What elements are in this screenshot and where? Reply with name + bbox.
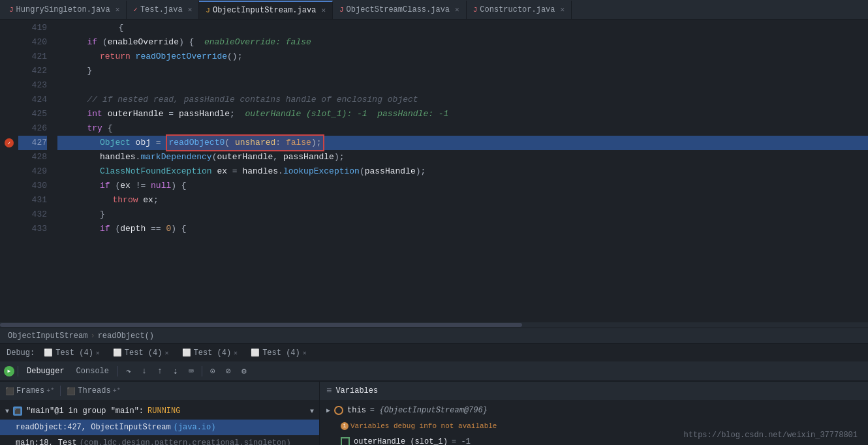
- code-line-433: if (depth == 0) {: [57, 222, 868, 236]
- frame-class-1: readObject:427, ObjectInputStream: [16, 423, 171, 432]
- code-line-425: int outerHandle = passHandle; outerHandl…: [57, 107, 868, 121]
- frames-header-btn[interactable]: ⬛ Frames +*: [5, 386, 54, 395]
- var-item-this[interactable]: ▶ this = {ObjectInputStream@796}: [320, 403, 868, 418]
- tab-hungysingleton[interactable]: J HungrySingleton.java ✕: [3, 1, 127, 19]
- close-tab-objectstreamclass[interactable]: ✕: [455, 5, 459, 14]
- debug-session-1[interactable]: ⬜ Test (4) ✕: [40, 347, 104, 359]
- debug-session-2[interactable]: ⬜ Test (4) ✕: [109, 347, 173, 359]
- code-line-419: {: [57, 21, 868, 35]
- code-line-423: [57, 78, 868, 93]
- code-line-431: throw ex;: [57, 193, 868, 207]
- frame-item-2[interactable]: main:18, Test (com.ldc.design.pattern.cr…: [0, 435, 319, 445]
- frame-pkg-1: (java.io): [174, 423, 216, 432]
- close-debug-session-1[interactable]: ✕: [96, 349, 100, 357]
- close-tab-objectinputstream[interactable]: ✕: [321, 6, 326, 14]
- debug-label: Debug:: [7, 348, 35, 358]
- breadcrumb-method: readObject(): [98, 331, 154, 341]
- var-name-this: this: [347, 406, 366, 415]
- debugger-tab[interactable]: Debugger: [22, 365, 70, 377]
- thread-status: RUNNING: [147, 407, 180, 416]
- url-text: https://blog.csdn.net/weixin_37778801: [684, 431, 858, 440]
- close-tab-test[interactable]: ✕: [188, 5, 193, 14]
- var-expand-this[interactable]: ▶: [326, 407, 330, 414]
- settings-button[interactable]: ⚙: [237, 364, 251, 378]
- tab-objectinputstream[interactable]: J ObjectInputStream.java ✕: [199, 1, 333, 19]
- code-line-430: if (ex != null) {: [57, 179, 868, 193]
- thread-expand-arrow[interactable]: ▼: [5, 408, 9, 415]
- var-icon-this: [334, 406, 343, 415]
- toolbar-separator-1: [18, 366, 18, 376]
- editor-area: ✓ 419 420 421 422 423 424 425 426: [0, 20, 868, 328]
- debug-session-header: Debug: ⬜ Test (4) ✕ ⬜ Test (4) ✕ ⬜ Test …: [0, 343, 868, 361]
- threads-header-btn[interactable]: ⬛ Threads +*: [67, 386, 120, 395]
- frames-content: ▼ ⬛ "main"@1 in group "main": RUNNING ▼ …: [0, 400, 319, 445]
- var-value-outerhandle: = -1: [452, 437, 471, 445]
- thread-dropdown-btn[interactable]: ▼: [310, 408, 314, 415]
- tab-test[interactable]: ✓ Test.java ✕: [127, 1, 199, 19]
- code-line-424: // if nested read, passHandle contains h…: [57, 93, 868, 107]
- code-line-420: if (enableOverride) { enableOverride: fa…: [57, 35, 868, 50]
- variables-header: ≡ Variables: [320, 382, 868, 400]
- run-to-cursor-button[interactable]: ⇣: [168, 364, 183, 378]
- tabs-bar: J HungrySingleton.java ✕ ✓ Test.java ✕ J…: [0, 0, 868, 20]
- debugger-tab-label: Debugger: [27, 367, 65, 376]
- var-name-outerhandle: outerHandle (slot_1): [354, 437, 448, 445]
- frames-plus-icon[interactable]: +*: [46, 388, 54, 395]
- debug-toolbar: ▶ Debugger Console ↷ ↓ ↑ ⇣ ⌨ ⊙ ⊘ ⚙: [0, 361, 868, 381]
- threads-plus-icon[interactable]: +*: [113, 388, 121, 395]
- url-bar: https://blog.csdn.net/weixin_37778801: [684, 431, 858, 440]
- close-debug-session-3[interactable]: ✕: [234, 349, 238, 357]
- close-debug-session-4[interactable]: ✕: [303, 349, 307, 357]
- tab-objectstreamclass[interactable]: J ObjectStreamClass.java ✕: [333, 1, 467, 19]
- toolbar-separator-3: [202, 366, 202, 376]
- variables-label: Variables: [335, 386, 378, 395]
- gutter: ✓: [0, 20, 18, 322]
- frame-pkg-2: (com.ldc.design.pattern.creational.singl…: [80, 438, 291, 445]
- debug-run-button[interactable]: ▶: [4, 366, 14, 376]
- frames-panel-header: ⬛ Frames +* ⬛ Threads +*: [0, 382, 319, 400]
- code-line-429: ClassNotFoundException ex = handles.look…: [57, 164, 868, 179]
- variables-icon: ≡: [326, 386, 332, 396]
- thread-icon: ⬛: [13, 407, 22, 416]
- frames-panel: ⬛ Frames +* ⬛ Threads +* ▼ ⬛ "main"@1 in…: [0, 382, 320, 445]
- step-out-button[interactable]: ↑: [153, 364, 167, 378]
- threads-label: Threads: [78, 386, 110, 395]
- code-line-421: return readObjectOverride();: [57, 50, 868, 64]
- frame-class-2: main:18, Test: [16, 438, 77, 445]
- frames-label: Frames: [16, 386, 44, 395]
- tab-constructor[interactable]: J Constructor.java ✕: [467, 1, 572, 19]
- step-into-button[interactable]: ↓: [137, 364, 151, 378]
- code-line-427: Object obj = readObject0( unshared: fals…: [57, 136, 868, 150]
- frame-item-1[interactable]: readObject:427, ObjectInputStream (java.…: [0, 420, 319, 435]
- breakpoint-icon[interactable]: ✓: [5, 138, 14, 147]
- var-warning-text: i Variables debug info not available: [341, 422, 497, 430]
- restore-breakpoints-button[interactable]: ⊙: [206, 364, 220, 378]
- close-tab-hungrysingleton[interactable]: ✕: [116, 5, 120, 14]
- horizontal-scrollbar[interactable]: [0, 322, 868, 328]
- toolbar-separator-2: [117, 366, 118, 376]
- thread-row[interactable]: ▼ ⬛ "main"@1 in group "main": RUNNING ▼: [0, 403, 319, 420]
- thread-name: "main"@1 in group "main":: [26, 407, 144, 416]
- mute-breakpoints-button[interactable]: ⊘: [221, 364, 236, 378]
- code-lines: { if (enableOverride) { enableOverride: …: [52, 20, 868, 322]
- code-line-426: try {: [57, 121, 868, 136]
- var-icon-outerhandle: [341, 437, 350, 445]
- console-tab-label: Console: [76, 367, 109, 376]
- close-debug-session-2[interactable]: ✕: [164, 349, 168, 357]
- breadcrumb-file: ObjectInputStream: [8, 331, 87, 341]
- breadcrumb: ObjectInputStream › readObject(): [0, 328, 868, 343]
- code-line-432: }: [57, 207, 868, 222]
- code-line-428: handles.markDependency(outerHandle, pass…: [57, 150, 868, 164]
- line-numbers: 419 420 421 422 423 424 425 426 427 428 …: [18, 20, 52, 322]
- debug-session-3[interactable]: ⬜ Test (4) ✕: [178, 347, 242, 359]
- debug-session-4[interactable]: ⬜ Test (4) ✕: [247, 347, 311, 359]
- console-tab[interactable]: Console: [71, 365, 114, 377]
- code-line-422: }: [57, 64, 868, 78]
- step-over-button[interactable]: ↷: [121, 364, 136, 378]
- evaluate-button[interactable]: ⌨: [184, 364, 198, 378]
- breadcrumb-separator: ›: [90, 331, 95, 341]
- var-value-this: = {ObjectInputStream@796}: [370, 406, 488, 415]
- var-warning-icon: i: [341, 422, 349, 430]
- close-tab-constructor[interactable]: ✕: [561, 5, 565, 14]
- frames-separator: [60, 386, 61, 396]
